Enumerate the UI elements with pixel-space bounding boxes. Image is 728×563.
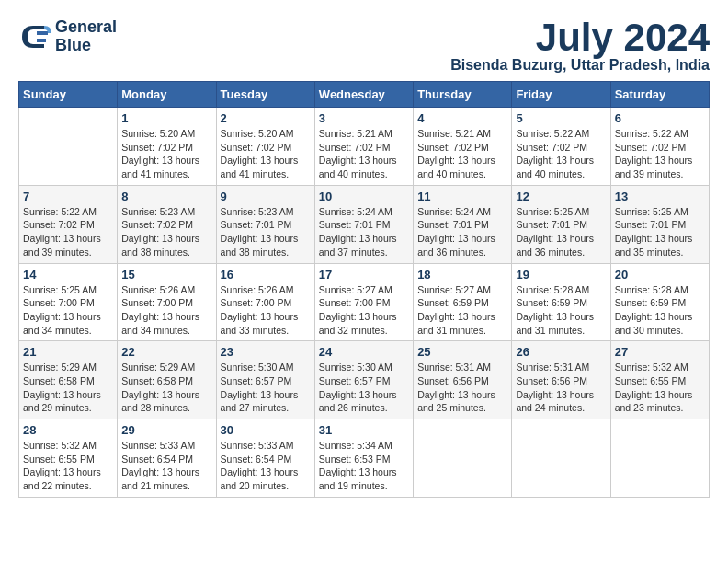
calendar-cell: 5Sunrise: 5:22 AM Sunset: 7:02 PM Daylig… (512, 108, 610, 186)
day-info: Sunrise: 5:25 AM Sunset: 7:00 PM Dayligh… (23, 283, 113, 338)
day-info: Sunrise: 5:26 AM Sunset: 7:00 PM Dayligh… (221, 283, 311, 338)
calendar-cell: 7Sunrise: 5:22 AM Sunset: 7:02 PM Daylig… (19, 185, 118, 263)
day-number: 7 (23, 190, 113, 203)
day-number: 6 (615, 111, 705, 125)
day-number: 15 (121, 268, 211, 282)
calendar-cell: 2Sunrise: 5:20 AM Sunset: 7:02 PM Daylig… (216, 108, 314, 186)
day-info: Sunrise: 5:32 AM Sunset: 6:55 PM Dayligh… (23, 439, 113, 493)
weekday-header-row: SundayMondayTuesdayWednesdayThursdayFrid… (19, 82, 710, 108)
day-info: Sunrise: 5:25 AM Sunset: 7:01 PM Dayligh… (516, 205, 606, 259)
day-info: Sunrise: 5:30 AM Sunset: 6:57 PM Dayligh… (319, 361, 409, 415)
calendar-cell: 9Sunrise: 5:23 AM Sunset: 7:01 PM Daylig… (216, 185, 314, 263)
day-number: 14 (23, 268, 113, 282)
day-info: Sunrise: 5:22 AM Sunset: 7:02 PM Dayligh… (23, 205, 113, 259)
calendar-cell: 21Sunrise: 5:29 AM Sunset: 6:58 PM Dayli… (19, 341, 118, 419)
logo-icon (18, 20, 51, 53)
calendar-cell (610, 419, 709, 498)
day-number: 10 (319, 190, 409, 203)
day-info: Sunrise: 5:21 AM Sunset: 7:02 PM Dayligh… (319, 127, 409, 181)
logo-text: General Blue (55, 18, 117, 55)
day-info: Sunrise: 5:28 AM Sunset: 6:59 PM Dayligh… (516, 283, 606, 338)
day-info: Sunrise: 5:21 AM Sunset: 7:02 PM Dayligh… (417, 127, 507, 181)
day-info: Sunrise: 5:22 AM Sunset: 7:02 PM Dayligh… (516, 127, 606, 181)
day-info: Sunrise: 5:23 AM Sunset: 7:02 PM Dayligh… (121, 205, 211, 259)
day-number: 2 (221, 111, 311, 125)
calendar-cell: 6Sunrise: 5:22 AM Sunset: 7:02 PM Daylig… (610, 108, 709, 186)
day-number: 11 (417, 190, 507, 203)
calendar-cell: 30Sunrise: 5:33 AM Sunset: 6:54 PM Dayli… (216, 419, 314, 498)
day-number: 5 (516, 111, 606, 125)
calendar-cell: 31Sunrise: 5:34 AM Sunset: 6:53 PM Dayli… (314, 419, 413, 498)
calendar-cell: 14Sunrise: 5:25 AM Sunset: 7:00 PM Dayli… (19, 263, 118, 341)
calendar-cell: 28Sunrise: 5:32 AM Sunset: 6:55 PM Dayli… (19, 419, 118, 498)
calendar-cell: 25Sunrise: 5:31 AM Sunset: 6:56 PM Dayli… (414, 341, 512, 419)
day-info: Sunrise: 5:22 AM Sunset: 7:02 PM Dayligh… (615, 127, 705, 181)
weekday-header-tuesday: Tuesday (216, 82, 314, 108)
calendar-cell: 8Sunrise: 5:23 AM Sunset: 7:02 PM Daylig… (118, 185, 216, 263)
day-info: Sunrise: 5:24 AM Sunset: 7:01 PM Dayligh… (417, 205, 507, 259)
day-info: Sunrise: 5:29 AM Sunset: 6:58 PM Dayligh… (23, 361, 113, 415)
logo-line2: Blue (55, 37, 117, 55)
day-number: 24 (319, 345, 409, 359)
week-row-2: 7Sunrise: 5:22 AM Sunset: 7:02 PM Daylig… (19, 185, 710, 263)
title-section: July 2024 Bisenda Buzurg, Uttar Pradesh,… (450, 18, 710, 74)
day-info: Sunrise: 5:25 AM Sunset: 7:01 PM Dayligh… (615, 205, 705, 259)
logo: General Blue (18, 18, 117, 55)
day-number: 8 (121, 190, 211, 203)
calendar-cell: 10Sunrise: 5:24 AM Sunset: 7:01 PM Dayli… (314, 185, 413, 263)
weekday-header-sunday: Sunday (19, 82, 118, 108)
weekday-header-wednesday: Wednesday (314, 82, 413, 108)
day-number: 19 (516, 268, 606, 282)
calendar-cell: 18Sunrise: 5:27 AM Sunset: 6:59 PM Dayli… (414, 263, 512, 341)
calendar-cell: 11Sunrise: 5:24 AM Sunset: 7:01 PM Dayli… (414, 185, 512, 263)
day-number: 28 (23, 423, 113, 437)
page-header: General Blue July 2024 Bisenda Buzurg, U… (18, 18, 710, 74)
calendar-cell (19, 108, 118, 186)
day-info: Sunrise: 5:33 AM Sunset: 6:54 PM Dayligh… (121, 439, 211, 493)
day-number: 22 (121, 345, 211, 359)
day-number: 16 (221, 268, 311, 282)
day-number: 13 (615, 190, 705, 203)
month-year: July 2024 (450, 18, 710, 57)
day-number: 3 (319, 111, 409, 125)
day-number: 4 (417, 111, 507, 125)
week-row-4: 21Sunrise: 5:29 AM Sunset: 6:58 PM Dayli… (19, 341, 710, 419)
day-number: 29 (121, 423, 211, 437)
day-info: Sunrise: 5:26 AM Sunset: 7:00 PM Dayligh… (121, 283, 211, 338)
day-info: Sunrise: 5:34 AM Sunset: 6:53 PM Dayligh… (319, 439, 409, 493)
location: Bisenda Buzurg, Uttar Pradesh, India (450, 57, 710, 74)
day-number: 27 (615, 345, 705, 359)
calendar-cell: 23Sunrise: 5:30 AM Sunset: 6:57 PM Dayli… (216, 341, 314, 419)
calendar-cell: 4Sunrise: 5:21 AM Sunset: 7:02 PM Daylig… (414, 108, 512, 186)
calendar-cell: 15Sunrise: 5:26 AM Sunset: 7:00 PM Dayli… (118, 263, 216, 341)
day-number: 26 (516, 345, 606, 359)
calendar-cell: 24Sunrise: 5:30 AM Sunset: 6:57 PM Dayli… (314, 341, 413, 419)
calendar-cell: 20Sunrise: 5:28 AM Sunset: 6:59 PM Dayli… (610, 263, 709, 341)
calendar-cell: 13Sunrise: 5:25 AM Sunset: 7:01 PM Dayli… (610, 185, 709, 263)
week-row-3: 14Sunrise: 5:25 AM Sunset: 7:00 PM Dayli… (19, 263, 710, 341)
day-info: Sunrise: 5:23 AM Sunset: 7:01 PM Dayligh… (221, 205, 311, 259)
day-number: 31 (319, 423, 409, 437)
day-info: Sunrise: 5:27 AM Sunset: 7:00 PM Dayligh… (319, 283, 409, 338)
weekday-header-saturday: Saturday (610, 82, 709, 108)
week-row-1: 1Sunrise: 5:20 AM Sunset: 7:02 PM Daylig… (19, 108, 710, 186)
calendar-cell: 22Sunrise: 5:29 AM Sunset: 6:58 PM Dayli… (118, 341, 216, 419)
day-info: Sunrise: 5:33 AM Sunset: 6:54 PM Dayligh… (221, 439, 311, 493)
day-number: 9 (221, 190, 311, 203)
day-number: 30 (221, 423, 311, 437)
weekday-header-thursday: Thursday (414, 82, 512, 108)
week-row-5: 28Sunrise: 5:32 AM Sunset: 6:55 PM Dayli… (19, 419, 710, 498)
day-number: 18 (417, 268, 507, 282)
day-info: Sunrise: 5:31 AM Sunset: 6:56 PM Dayligh… (516, 361, 606, 415)
weekday-header-friday: Friday (512, 82, 610, 108)
calendar-cell: 12Sunrise: 5:25 AM Sunset: 7:01 PM Dayli… (512, 185, 610, 263)
day-info: Sunrise: 5:24 AM Sunset: 7:01 PM Dayligh… (319, 205, 409, 259)
day-number: 12 (516, 190, 606, 203)
calendar-cell: 19Sunrise: 5:28 AM Sunset: 6:59 PM Dayli… (512, 263, 610, 341)
day-info: Sunrise: 5:31 AM Sunset: 6:56 PM Dayligh… (417, 361, 507, 415)
day-number: 25 (417, 345, 507, 359)
weekday-header-monday: Monday (118, 82, 216, 108)
day-info: Sunrise: 5:30 AM Sunset: 6:57 PM Dayligh… (221, 361, 311, 415)
day-number: 21 (23, 345, 113, 359)
calendar-cell: 27Sunrise: 5:32 AM Sunset: 6:55 PM Dayli… (610, 341, 709, 419)
